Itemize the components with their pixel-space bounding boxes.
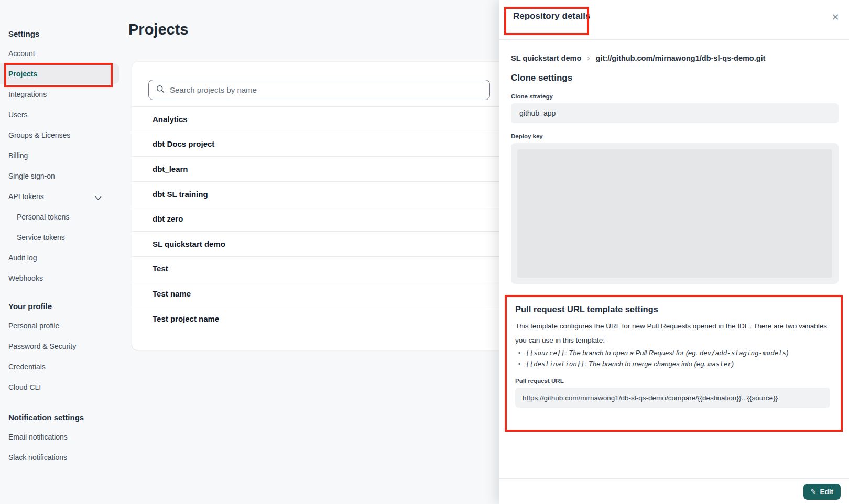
project-row[interactable]: dbt_learn: [132, 156, 503, 181]
sidebar-item-billing[interactable]: Billing: [0, 145, 119, 166]
edit-button[interactable]: ✎ Edit: [803, 484, 841, 500]
sidebar-item-credentials[interactable]: Credentials: [0, 356, 119, 377]
pr-template-heading: Pull request URL template settings: [515, 304, 830, 314]
bullet-icon: •: [518, 347, 520, 358]
sidebar-item-single-sign-on[interactable]: Single sign-on: [0, 166, 119, 186]
pr-template-bullet-destination: • {{destination}}: The branch to merge c…: [515, 358, 830, 369]
sidebar-heading-settings: Settings: [0, 24, 123, 43]
project-row[interactable]: dbt SL training: [132, 181, 503, 206]
sidebar-item-slack-notifications[interactable]: Slack notifications: [0, 447, 119, 467]
page-title: Projects: [128, 21, 188, 38]
sidebar-item-api-tokens[interactable]: API tokens: [0, 186, 119, 206]
close-icon[interactable]: ✕: [829, 10, 842, 24]
pull-request-url-label: Pull request URL: [515, 378, 830, 384]
bullet-icon: •: [518, 358, 520, 369]
pr-template-bullet-source: • {{source}}: The branch to open a Pull …: [515, 347, 830, 358]
project-row[interactable]: SL quickstart demo: [132, 231, 503, 256]
search-input[interactable]: [170, 85, 489, 94]
settings-sidebar: Settings Account Projects Integrations U…: [0, 0, 123, 467]
deploy-key-field: [511, 143, 839, 284]
edit-button-label: Edit: [820, 488, 834, 496]
sidebar-item-personal-tokens[interactable]: Personal tokens: [0, 206, 119, 227]
panel-title: Repository details: [513, 11, 590, 21]
projects-list: Analytics dbt Docs project dbt_learn dbt…: [132, 106, 503, 331]
sidebar-heading-your-profile: Your profile: [0, 297, 123, 315]
panel-header: Repository details ✕: [499, 0, 849, 40]
chevron-right-icon: ›: [587, 54, 590, 62]
source-example: dev/add-staging-models: [700, 349, 787, 357]
panel-content: SL quickstart demo › git://github.com/mi…: [511, 40, 839, 432]
sidebar-heading-notification-settings: Notification settings: [0, 408, 123, 426]
sidebar-item-cloud-cli[interactable]: Cloud CLI: [0, 377, 119, 397]
project-row[interactable]: Test: [132, 256, 503, 281]
project-search[interactable]: [148, 80, 490, 100]
deploy-key-label: Deploy key: [511, 133, 839, 139]
project-row[interactable]: dbt zero: [132, 206, 503, 231]
deploy-key-textarea[interactable]: [517, 149, 832, 278]
pull-request-url-input[interactable]: [515, 388, 830, 408]
sidebar-item-projects[interactable]: Projects: [0, 63, 119, 84]
breadcrumb: SL quickstart demo › git://github.com/mi…: [511, 54, 839, 62]
sidebar-item-groups-licenses[interactable]: Groups & Licenses: [0, 125, 119, 145]
search-icon: [156, 85, 165, 95]
sidebar-item-audit-log[interactable]: Audit log: [0, 247, 119, 268]
sidebar-item-users[interactable]: Users: [0, 104, 119, 125]
repository-details-panel: Repository details ✕ SL quickstart demo …: [499, 0, 849, 504]
clone-settings-heading: Clone settings: [511, 73, 839, 83]
sidebar-item-personal-profile[interactable]: Personal profile: [0, 315, 119, 336]
breadcrumb-repo-url: git://github.com/mirnawong1/db-sl-qs-dem…: [596, 54, 766, 62]
panel-footer: ✎ Edit: [499, 478, 849, 504]
sidebar-item-integrations[interactable]: Integrations: [0, 84, 119, 104]
pr-template-description: This template configures the URL for new…: [515, 319, 830, 347]
sidebar-item-password-security[interactable]: Password & Security: [0, 336, 119, 356]
breadcrumb-project-name: SL quickstart demo: [511, 54, 581, 62]
project-row[interactable]: Test project name: [132, 306, 503, 331]
project-row[interactable]: Analytics: [132, 106, 503, 132]
pencil-icon: ✎: [811, 488, 817, 496]
clone-strategy-label: Clone strategy: [511, 93, 839, 100]
projects-card: Analytics dbt Docs project dbt_learn dbt…: [132, 62, 503, 350]
sidebar-item-email-notifications[interactable]: Email notifications: [0, 426, 119, 447]
pull-request-template-section: Pull request URL template settings This …: [505, 295, 843, 432]
sidebar-item-account[interactable]: Account: [0, 43, 119, 63]
destination-example: master: [708, 360, 732, 368]
source-variable: {{source}}: [526, 349, 565, 357]
project-row[interactable]: Test name: [132, 281, 503, 306]
destination-variable: {{destination}}: [526, 360, 585, 368]
clone-strategy-input[interactable]: [511, 103, 839, 123]
chevron-down-icon: [95, 194, 102, 202]
project-row[interactable]: dbt Docs project: [132, 132, 503, 157]
sidebar-item-service-tokens[interactable]: Service tokens: [0, 227, 119, 247]
sidebar-item-webhooks[interactable]: Webhooks: [0, 268, 119, 288]
